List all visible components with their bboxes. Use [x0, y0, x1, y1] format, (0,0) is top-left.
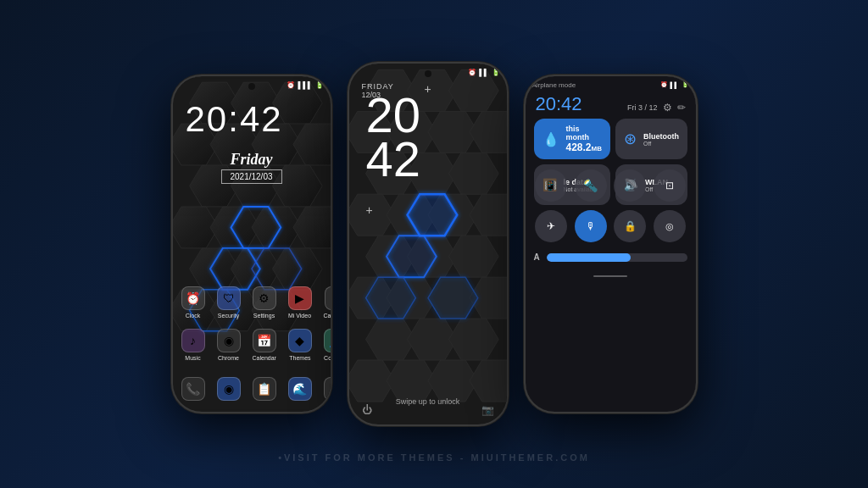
controlcenter-screen: Airplane mode ⏰ ▌▌ 🔋 20:42 Fri 3 / 12 ⚙ …: [526, 76, 696, 412]
app-settings[interactable]: ⚙ Settings: [253, 286, 276, 319]
btn-lock[interactable]: 🔒: [614, 210, 646, 242]
battery-icon: 🔋: [315, 81, 324, 89]
app-chrome[interactable]: ◉ Chrome: [217, 329, 241, 361]
btn-sound[interactable]: 🔊: [614, 169, 646, 202]
phone3-time-row: 20:42 Fri 3 / 12 ⚙ ✏: [536, 93, 686, 115]
btn-lock-wrap: 🔒: [613, 210, 648, 242]
btn-sound-wrap: 🔊: [613, 169, 648, 202]
status-bar-phone3: Airplane mode ⏰ ▌▌ 🔋: [526, 76, 696, 93]
btn-torch[interactable]: 🔦: [575, 169, 607, 202]
btn-crop-wrap: ⊡: [653, 169, 687, 202]
phone2-camera-icon[interactable]: 📷: [481, 404, 494, 416]
app-label-calculator: Calculator: [324, 313, 331, 319]
btn-mic-wrap: 🎙: [573, 210, 608, 242]
phone1-date: 2021/12/03: [220, 169, 281, 184]
app-files[interactable]: 📋: [253, 377, 276, 403]
app-browser[interactable]: ◉: [217, 377, 241, 403]
phones-container: ⏰ ▌▌▌ 🔋 20:42 Friday 2021/12/03 ⏰ Clock: [171, 62, 698, 426]
app-gallery[interactable]: 🌊: [288, 377, 312, 403]
btn-vibrate[interactable]: 📳: [535, 169, 567, 202]
homescreen-screen: ⏰ ▌▌▌ 🔋 20:42 Friday 2021/12/03 ⏰ Clock: [173, 76, 331, 412]
app-contacts[interactable]: 👤 Contacts: [324, 329, 331, 361]
phone-lockscreen: ⏰ ▌▌ 🔋 FRIDAY 12/03 + 20 42 +: [348, 62, 509, 426]
settings-icon-p3[interactable]: ⚙: [663, 102, 672, 114]
tile-data-value: 428.2MB: [566, 141, 602, 153]
app-label-security: Security: [218, 313, 239, 319]
control-buttons-row2: ✈ 🎙 🔒 ◎: [534, 210, 687, 242]
btn-crop[interactable]: ⊡: [654, 169, 686, 202]
phone2-time-large: 20 42: [366, 93, 421, 181]
watermark-text: •VISIT FOR MORE THEMES - MIUITHEMER.COM: [278, 452, 590, 463]
tile-data-info: this month 428.2MB: [566, 125, 602, 153]
phone2-torch-icon[interactable]: ⏻: [362, 404, 372, 416]
app-themes[interactable]: ◆ Themes: [288, 329, 312, 361]
phone2-plus-bottom: +: [366, 203, 373, 217]
app-label-chrome: Chrome: [218, 355, 239, 361]
signal-icon: ▌▌▌: [298, 81, 312, 89]
phone2-time-line2: 42: [366, 137, 421, 181]
water-drop-icon: 💧: [542, 131, 559, 147]
phone3-time: 20:42: [536, 93, 582, 115]
camera-cutout: [248, 83, 255, 90]
app-calculator[interactable]: = Calculator: [324, 286, 331, 319]
alarm-icon-3: ⏰: [660, 81, 668, 88]
phone-homescreen: ⏰ ▌▌▌ 🔋 20:42 Friday 2021/12/03 ⏰ Clock: [171, 75, 332, 413]
tile-bluetooth-info: Bluetooth Off: [643, 132, 679, 147]
status-icons-phone2: ⏰ ▌▌ 🔋: [468, 69, 499, 76]
app-security[interactable]: 🛡 Security: [217, 286, 241, 319]
signal-icon-3: ▌▌: [670, 82, 679, 88]
app-more[interactable]: ⚙: [324, 377, 331, 403]
phone2-swipe-text: Swipe up to unlock: [396, 397, 460, 406]
separator-line: [593, 275, 627, 277]
app-label-clock: Clock: [186, 313, 201, 319]
app-clock[interactable]: ⏰ Clock: [181, 286, 205, 319]
phone1-day: Friday: [186, 151, 318, 169]
phone-controlcenter: Airplane mode ⏰ ▌▌ 🔋 20:42 Fri 3 / 12 ⚙ …: [524, 75, 698, 413]
app-music[interactable]: ♪ Music: [181, 329, 205, 361]
tile-data-usage[interactable]: 💧 this month 428.2MB: [534, 119, 610, 159]
app-label-music: Music: [185, 355, 200, 361]
brightness-slider[interactable]: [547, 253, 687, 262]
app-calendar[interactable]: 📅 Calendar: [253, 329, 276, 361]
app-row-2: ♪ Music ◉ Chrome 📅 Calendar ◆ Themes 👤: [181, 329, 331, 361]
app-row-3: 📞 ◉ 📋 🌊 ⚙: [181, 377, 331, 403]
tile-data-label: this month: [566, 125, 602, 141]
brightness-a-label: A: [534, 252, 540, 262]
app-mivideo[interactable]: ▶ Mi Video: [288, 286, 312, 319]
tile-bluetooth-label: Bluetooth: [643, 132, 679, 141]
alarm-icon: ⏰: [287, 81, 295, 89]
app-label-contacts: Contacts: [324, 355, 330, 361]
alarm-icon-2: ⏰: [468, 69, 476, 76]
status-icons-phone1: ⏰ ▌▌▌ 🔋: [287, 81, 323, 89]
bluetooth-icon: ⊛: [624, 130, 637, 148]
battery-icon-3: 🔋: [682, 81, 689, 88]
app-label-mivideo: Mi Video: [288, 313, 311, 319]
app-label-settings: Settings: [253, 313, 275, 319]
status-icons-phone3: ⏰ ▌▌ 🔋: [660, 81, 689, 88]
battery-icon-2: 🔋: [492, 69, 500, 76]
phone1-time: 20:42: [186, 102, 283, 137]
btn-nfc-wrap: ◎: [653, 210, 687, 242]
btn-airplane[interactable]: ✈: [535, 210, 567, 242]
btn-nfc[interactable]: ◎: [654, 210, 686, 242]
app-label-calendar: Calendar: [253, 355, 276, 361]
signal-icon-2: ▌▌: [479, 69, 488, 76]
tile-bluetooth-sub: Off: [643, 141, 679, 147]
btn-airplane-wrap: ✈: [534, 210, 569, 242]
app-label-themes: Themes: [289, 355, 310, 361]
app-phone[interactable]: 📞: [181, 377, 205, 403]
control-buttons-row1: 📳 🔦 🔊 ⊡: [534, 169, 687, 202]
btn-torch-wrap: 🔦: [573, 169, 608, 202]
brightness-fill: [547, 253, 631, 262]
brightness-row: A: [534, 252, 687, 262]
camera-cutout-2: [425, 70, 431, 77]
btn-vibrate-wrap: 📳: [534, 169, 569, 202]
lockscreen-screen: ⏰ ▌▌ 🔋 FRIDAY 12/03 + 20 42 +: [349, 64, 507, 424]
btn-mic[interactable]: 🎙: [575, 210, 607, 242]
edit-icon-p3[interactable]: ✏: [677, 102, 686, 114]
airplane-mode-label: Airplane mode: [532, 81, 576, 89]
tile-bluetooth[interactable]: ⊛ Bluetooth Off: [615, 119, 687, 159]
phone3-date: Fri 3 / 12: [627, 103, 658, 112]
app-row-1: ⏰ Clock 🛡 Security ⚙ Settings ▶ Mi Video…: [181, 286, 331, 319]
phone2-plus-top: +: [424, 82, 431, 96]
